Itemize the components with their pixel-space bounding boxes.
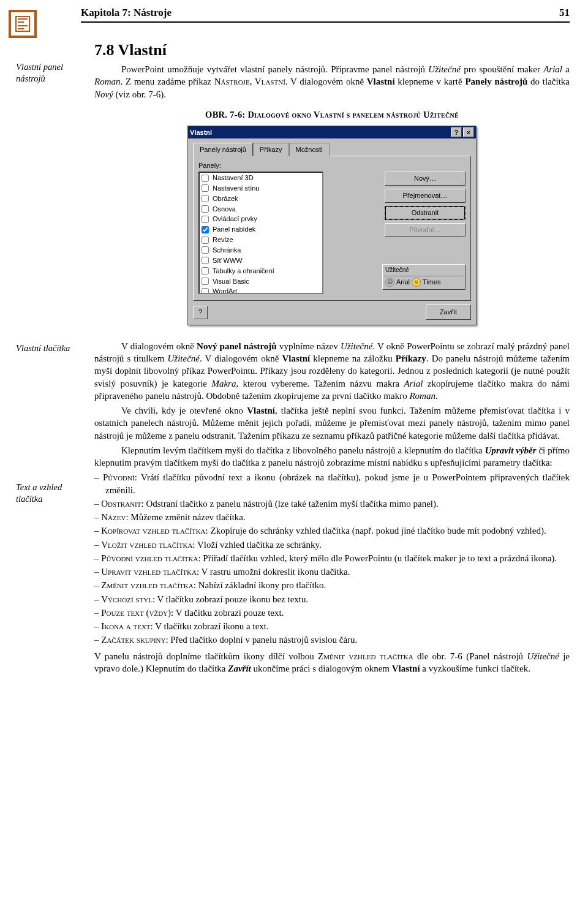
figure-caption: OBR. 7-6: Dialogové okno Vlastní s panel… — [94, 109, 570, 121]
list-item: Síť WWW — [200, 256, 322, 266]
list-item: Změnit vzhled tlačítka: Nabízí základní … — [94, 579, 570, 591]
list-item: WordArt — [200, 286, 322, 294]
list-item: Osnova — [200, 204, 322, 214]
margin-note: Vlastní panel nástrojů — [16, 61, 91, 85]
list-item: Vložit vzhled tlačítka: Vloží vzhled tla… — [94, 539, 570, 551]
tab-commands[interactable]: Příkazy — [253, 143, 289, 156]
list-item: Výchozí styl: V tlačítku zobrazí pouze i… — [94, 593, 570, 605]
toolbar-preview: Užitečné ☹ Arial ☺ Times — [382, 264, 466, 290]
delete-button[interactable]: Odstranit — [385, 206, 466, 220]
reset-button: Původní… — [385, 223, 466, 237]
help-icon[interactable]: ? — [451, 127, 462, 137]
page-number: 51 — [559, 6, 570, 20]
paragraph: V dialogovém okně Nový panel nástrojů vy… — [94, 340, 570, 402]
list-item: Ikona a text: V tlačítku zobrazí ikonu a… — [94, 620, 570, 632]
list-item: Visual Basic — [200, 276, 322, 287]
margin-note: Text a vzhled tlačítka — [16, 482, 91, 505]
dialog-title: Vlastní — [190, 128, 212, 137]
face-icon: ☺ — [412, 278, 421, 287]
section-heading: 7.8 Vlastní — [94, 39, 570, 61]
panels-listbox[interactable]: Nastavení 3D Nastavení stínu Obrázek Osn… — [198, 172, 323, 294]
list-item: Název: Můžeme změnit název tlačítka. — [94, 511, 570, 523]
paragraph: PowerPoint umožňuje vytvářet vlastní pan… — [94, 63, 570, 100]
face-icon: ☹ — [385, 278, 394, 287]
paragraph: Ve chvíli, kdy je otevřené okno Vlastní,… — [94, 404, 570, 442]
close-icon[interactable]: × — [463, 127, 474, 137]
preview-title: Užitečné — [384, 266, 464, 276]
panels-label: Panely: — [198, 161, 466, 170]
list-item: Ovládací prvky — [200, 214, 322, 224]
context-help-button[interactable]: ? — [193, 306, 208, 319]
chapter-title: Kapitola 7: Nástroje — [81, 6, 172, 20]
tabstrip: Panely nástrojů Příkazy Možnosti — [193, 142, 471, 156]
list-item: Původní: Vrátí tlačítku původní text a i… — [94, 471, 570, 496]
list-item: Pouze text (vždy): V tlačítku zobrazí po… — [94, 607, 570, 619]
list-item: Začátek skupiny: Před tlačítko doplní v … — [94, 634, 570, 646]
preview-arial: Arial — [396, 278, 410, 287]
list-item: Původní vzhled tlačítka: Přiřadí tlačítk… — [94, 552, 570, 564]
margin-note: Vlastní tlačítka — [16, 343, 91, 354]
list-item: Panel nabídek — [200, 224, 322, 235]
tab-toolbars[interactable]: Panely nástrojů — [193, 143, 253, 156]
tab-options[interactable]: Možnosti — [289, 143, 330, 156]
close-button[interactable]: Zavřít — [426, 305, 471, 320]
context-menu-list: Původní: Vrátí tlačítku původní text a i… — [94, 471, 570, 646]
list-item: Nastavení stínu — [200, 183, 322, 194]
rename-button[interactable]: Přejmenovat… — [385, 189, 466, 203]
list-item: Schránka — [200, 245, 322, 256]
list-item: Upravit vzhled tlačítka: V rastru umožní… — [94, 566, 570, 578]
preview-times: Times — [423, 278, 441, 287]
list-item: Odstranit: Odstraní tlačítko z panelu ná… — [94, 498, 570, 510]
new-button[interactable]: Nový… — [385, 172, 466, 186]
list-item: Revize — [200, 235, 322, 245]
list-item: Tabulky a ohraničení — [200, 266, 322, 276]
list-item: Nastavení 3D — [200, 173, 322, 183]
paragraph: V panelu nástrojů doplníme tlačítkům iko… — [94, 650, 570, 675]
list-item: Obrázek — [200, 194, 322, 204]
dialog-window: Vlastní ? × Panely nástrojů Příkazy Možn… — [187, 126, 477, 325]
paragraph: Klepnutím levým tlačítkem myši do tlačít… — [94, 444, 570, 469]
app-logo-icon — [9, 10, 37, 38]
list-item: Kopírovat vzhled tlačítka: Zkopíruje do … — [94, 524, 570, 537]
